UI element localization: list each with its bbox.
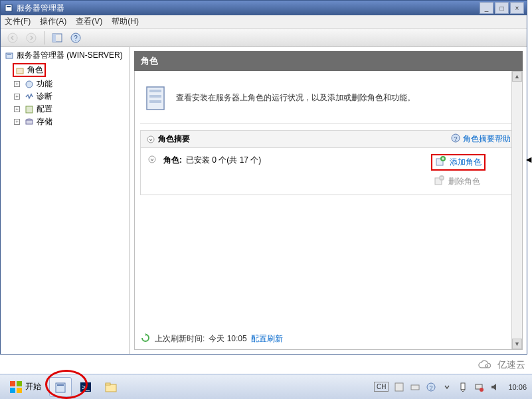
scroll-down-icon[interactable]: ▼ <box>512 339 522 349</box>
remove-roles-link: 删除角色 <box>434 175 483 188</box>
scroll-up-icon[interactable]: ▲ <box>512 71 522 82</box>
show-hide-tree-button[interactable] <box>49 31 65 45</box>
svg-rect-37 <box>395 383 403 391</box>
add-icon <box>435 156 446 169</box>
action-center-icon[interactable] <box>458 382 468 392</box>
svg-point-44 <box>486 364 488 367</box>
expand-icon[interactable]: + <box>14 81 20 87</box>
menu-action[interactable]: 操作(A) <box>40 16 66 27</box>
svg-point-2 <box>8 33 17 42</box>
svg-text:>_: >_ <box>82 384 90 391</box>
menu-file[interactable]: 文件(F) <box>5 16 31 27</box>
menu-view[interactable]: 查看(V) <box>76 16 102 27</box>
refresh-icon <box>140 333 151 345</box>
refresh-time: 今天 10:05 <box>209 333 246 345</box>
roles-icon <box>15 66 25 75</box>
summary-body: 角色: 已安装 0 个(共 17 个) 添加角色 <box>141 148 516 195</box>
content-panel: 角色 查看安装在服务器上角色的运行状况，以及添加或删除角色和功能。 角色摘要 <box>134 51 523 350</box>
svg-rect-41 <box>461 383 465 390</box>
tree-config-label: 配置 <box>37 104 52 115</box>
svg-text:?: ? <box>454 135 457 142</box>
main-area: 服务器管理器 (WIN-SERVER) 角色 + 功能 + <box>1 47 527 354</box>
expand-icon[interactable]: + <box>14 94 20 100</box>
tree-node-diagnostics[interactable]: + 诊断 <box>5 90 126 103</box>
svg-rect-5 <box>52 34 56 42</box>
close-button[interactable]: × <box>510 2 524 14</box>
edge-arrow-icon: ◄ <box>524 154 532 165</box>
svg-point-3 <box>27 33 36 42</box>
ime-indicator[interactable]: CH <box>374 382 389 392</box>
start-label: 开始 <box>25 381 41 392</box>
volume-icon[interactable] <box>489 382 500 392</box>
svg-rect-18 <box>149 100 161 103</box>
help-button[interactable]: ? <box>68 31 84 45</box>
tree-node-roles[interactable]: 角色 <box>5 62 126 78</box>
svg-rect-30 <box>17 388 22 393</box>
tree-node-features[interactable]: + 功能 <box>5 78 126 90</box>
scroll-track[interactable] <box>512 82 522 339</box>
summary-help-link[interactable]: ? 角色摘要帮助 <box>451 133 511 145</box>
tree-features-label: 功能 <box>37 78 52 90</box>
network-icon[interactable] <box>474 382 484 392</box>
expand-icon[interactable]: + <box>14 119 20 125</box>
svg-rect-28 <box>17 381 22 386</box>
help-tray-icon[interactable]: ? <box>426 382 436 392</box>
roles-label: 角色: <box>163 155 182 166</box>
refresh-config-link[interactable]: 配置刷新 <box>251 333 283 345</box>
svg-rect-32 <box>57 384 64 386</box>
svg-rect-29 <box>10 388 15 393</box>
summary-header[interactable]: 角色摘要 ? 角色摘要帮助 <box>141 131 516 148</box>
system-tray: CH ? 10:06 <box>374 382 527 392</box>
refresh-prefix: 上次刷新时间: <box>155 333 205 345</box>
svg-rect-14 <box>26 120 33 124</box>
storage-icon <box>25 118 34 127</box>
tree-panel: 服务器管理器 (WIN-SERVER) 角色 + 功能 + <box>1 47 130 354</box>
toolbar-separator <box>44 31 44 44</box>
menu-help[interactable]: 帮助(H) <box>112 16 139 27</box>
svg-rect-8 <box>6 53 13 58</box>
tree-storage-label: 存储 <box>37 116 52 127</box>
tray-expand-icon[interactable] <box>442 382 452 392</box>
content-body: 查看安装在服务器上角色的运行状况，以及添加或删除角色和功能。 角色摘要 ? 角色… <box>134 71 523 350</box>
expand-icon[interactable]: + <box>14 106 20 112</box>
svg-point-43 <box>480 388 484 392</box>
remove-icon <box>434 175 444 188</box>
remove-roles-label: 删除角色 <box>448 176 480 187</box>
task-server-manager[interactable] <box>49 377 72 397</box>
ime-options-icon[interactable] <box>394 382 404 392</box>
svg-rect-36 <box>106 383 110 385</box>
chevron-icon[interactable] <box>147 155 157 164</box>
taskbar: 开始 >_ CH ? 10:06 <box>0 374 532 399</box>
back-button <box>5 31 21 45</box>
description-text: 查看安装在服务器上角色的运行状况，以及添加或删除角色和功能。 <box>176 92 415 104</box>
task-explorer[interactable] <box>100 377 122 397</box>
tree-root[interactable]: 服务器管理器 (WIN-SERVER) <box>5 50 126 61</box>
svg-point-19 <box>147 136 154 143</box>
watermark: 亿速云 <box>476 359 525 371</box>
minimize-button[interactable]: _ <box>480 2 493 14</box>
diagnostics-icon <box>25 92 34 102</box>
tree-node-configuration[interactable]: + 配置 <box>5 103 126 116</box>
maximize-button[interactable]: □ <box>495 2 509 14</box>
svg-rect-16 <box>149 90 161 92</box>
cloud-icon <box>476 359 493 371</box>
vertical-scrollbar[interactable]: ▲ ▼ <box>511 71 522 349</box>
start-button[interactable]: 开始 <box>4 378 46 396</box>
collapse-icon[interactable] <box>146 135 155 144</box>
keyboard-icon[interactable] <box>410 382 420 392</box>
tree-node-storage[interactable]: + 存储 <box>5 116 126 128</box>
svg-rect-0 <box>5 5 12 11</box>
titlebar[interactable]: 服务器管理器 _ □ × <box>1 1 527 15</box>
add-roles-label: 添加角色 <box>450 157 482 168</box>
add-roles-link[interactable]: 添加角色 <box>435 156 482 169</box>
summary-help-label: 角色摘要帮助 <box>463 133 511 145</box>
task-powershell[interactable]: >_ <box>74 377 97 397</box>
content-header: 角色 <box>134 51 523 71</box>
svg-rect-12 <box>26 106 33 113</box>
tree-diag-label: 诊断 <box>37 91 52 102</box>
svg-rect-9 <box>7 54 11 55</box>
app-icon <box>3 3 14 13</box>
watermark-text: 亿速云 <box>497 359 525 371</box>
clock[interactable]: 10:06 <box>508 383 527 391</box>
summary-title: 角色摘要 <box>158 133 451 145</box>
